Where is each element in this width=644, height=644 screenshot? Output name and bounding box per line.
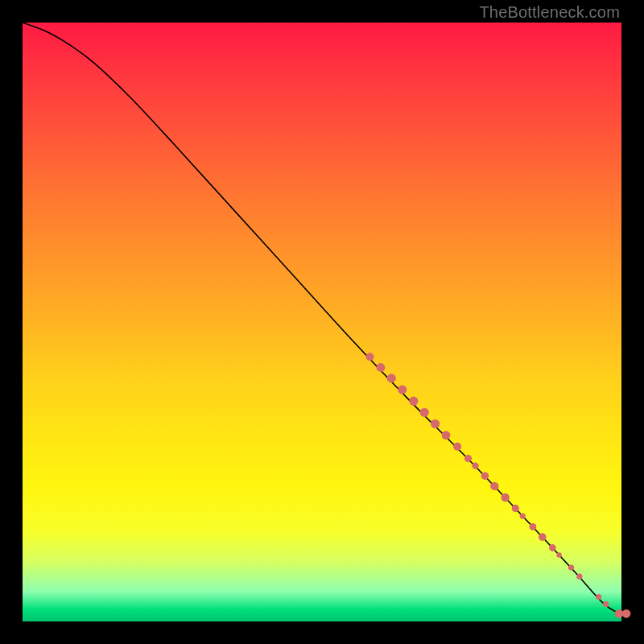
data-point	[556, 552, 561, 557]
data-point	[377, 363, 386, 372]
scatter-group	[366, 353, 631, 617]
data-point	[431, 419, 440, 428]
plot-area	[23, 23, 621, 621]
data-point	[442, 431, 451, 440]
data-point	[520, 514, 526, 519]
data-point	[366, 353, 374, 361]
data-point	[539, 533, 547, 541]
data-point	[409, 397, 418, 406]
data-point	[603, 601, 609, 607]
data-point	[490, 482, 498, 490]
watermark-text: TheBottleneck.com	[479, 3, 620, 22]
data-point	[530, 523, 537, 530]
data-point	[472, 462, 478, 469]
data-point	[568, 564, 574, 570]
data-point	[481, 472, 489, 480]
chart-stage: TheBottleneck.com	[0, 0, 644, 644]
data-point	[398, 386, 407, 394]
data-point	[453, 443, 461, 451]
chart-svg	[23, 23, 621, 621]
data-point	[464, 455, 472, 462]
data-point	[420, 408, 429, 417]
data-point	[502, 493, 510, 502]
data-point	[549, 544, 556, 551]
data-point	[622, 609, 631, 618]
data-point	[387, 374, 396, 382]
data-point	[512, 505, 519, 512]
data-point	[576, 574, 582, 580]
data-point	[596, 594, 601, 600]
